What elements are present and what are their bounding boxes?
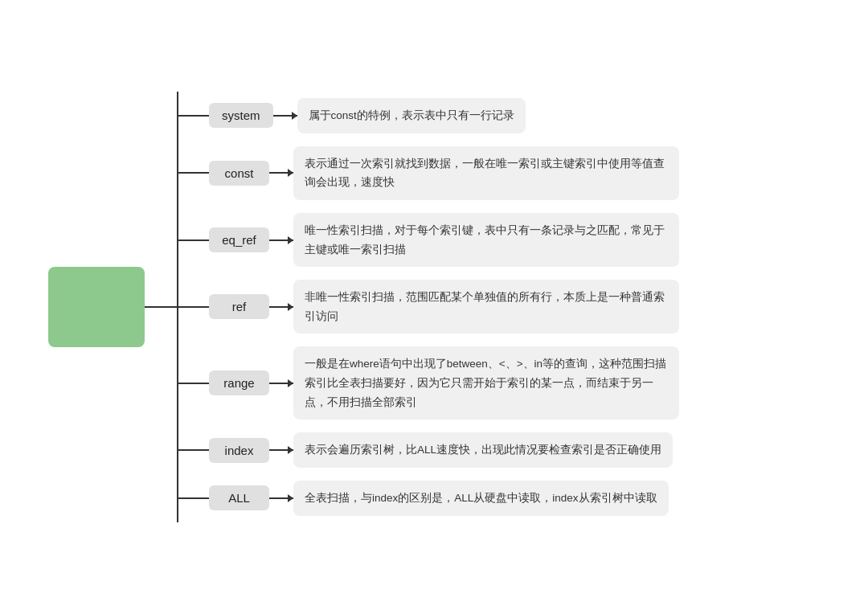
branch-h-line-eq_ref — [178, 239, 209, 241]
branch-arrow-index — [269, 449, 293, 451]
branch-arrow-eq_ref — [269, 239, 293, 241]
branch-desc-eq_ref: 唯一性索引扫描，对于每个索引键，表中只有一条记录与之匹配，常见于主键或唯一索引扫… — [293, 213, 679, 267]
branch-desc-range: 一般是在where语句中出现了between、<、>、in等的查询，这种范围扫描… — [293, 346, 679, 420]
branch-node-range: range — [209, 370, 269, 395]
branch-arrow-const — [269, 172, 293, 174]
diagram-container: system属于const的特例，表示表中只有一行记录const表示通过一次索引… — [16, 68, 852, 546]
branch-item-range: range一般是在where语句中出现了between、<、>、in等的查询，这… — [178, 340, 679, 426]
branch-node-eq_ref: eq_ref — [209, 227, 269, 252]
branch-desc-index: 表示会遍历索引树，比ALL速度快，出现此情况要检查索引是否正确使用 — [293, 432, 673, 468]
branch-h-line-const — [178, 172, 209, 174]
main-layout: system属于const的特例，表示表中只有一行记录const表示通过一次索引… — [48, 92, 820, 522]
branch-arrow-ref — [269, 306, 293, 308]
branch-h-line-system — [178, 115, 209, 117]
branch-h-line-range — [178, 383, 209, 384]
branch-h-line-index — [178, 449, 209, 451]
branch-item-all: ALL全表扫描，与index的区别是，ALL从硬盘中读取，index从索引树中读… — [178, 474, 679, 522]
branch-node-all: ALL — [209, 485, 269, 510]
branch-h-line-all — [178, 497, 209, 499]
branch-node-ref: ref — [209, 294, 269, 319]
branch-item-const: const表示通过一次索引就找到数据，一般在唯一索引或主键索引中使用等值查询会出… — [178, 140, 679, 207]
branch-node-system: system — [209, 103, 273, 128]
branch-node-index: index — [209, 438, 269, 463]
branch-item-eq_ref: eq_ref唯一性索引扫描，对于每个索引键，表中只有一条记录与之匹配，常见于主键… — [178, 207, 679, 273]
main-h-connector — [145, 306, 177, 308]
branch-arrow-system — [273, 115, 297, 117]
branch-desc-all: 全表扫描，与index的区别是，ALL从硬盘中读取，index从索引树中读取 — [293, 481, 669, 516]
branch-desc-const: 表示通过一次索引就找到数据，一般在唯一索引或主键索引中使用等值查询会出现，速度快 — [293, 146, 679, 200]
branch-arrow-range — [269, 383, 293, 384]
branch-item-ref: ref非唯一性索引扫描，范围匹配某个单独值的所有行，本质上是一种普通索引访问 — [178, 273, 679, 340]
type-box — [48, 267, 145, 347]
branch-item-index: index表示会遍历索引树，比ALL速度快，出现此情况要检查索引是否正确使用 — [178, 426, 679, 474]
branches-col: system属于const的特例，表示表中只有一行记录const表示通过一次索引… — [178, 92, 679, 522]
branch-desc-system: 属于const的特例，表示表中只有一行记录 — [297, 98, 526, 133]
branch-arrow-all — [269, 497, 293, 499]
trunk-and-branches: system属于const的特例，表示表中只有一行记录const表示通过一次索引… — [177, 92, 679, 522]
branch-h-line-ref — [178, 306, 209, 308]
branch-node-const: const — [209, 161, 269, 186]
branch-desc-ref: 非唯一性索引扫描，范围匹配某个单独值的所有行，本质上是一种普通索引访问 — [293, 280, 679, 334]
branch-item-system: system属于const的特例，表示表中只有一行记录 — [178, 92, 679, 140]
